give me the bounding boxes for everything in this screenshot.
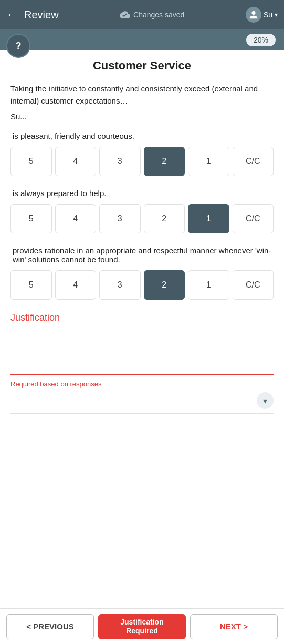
rating-btn-5-3[interactable]: 5 bbox=[10, 270, 52, 300]
chevron-down-icon: ▾ bbox=[263, 396, 267, 406]
rating-btn-3-3[interactable]: 3 bbox=[99, 270, 141, 300]
rating-btn-2-2[interactable]: 2 bbox=[144, 204, 185, 233]
required-text: Required based on responses bbox=[10, 380, 274, 388]
rating-btn-3-2[interactable]: 3 bbox=[99, 204, 141, 233]
rating-btn-2-1[interactable]: 2 bbox=[144, 147, 185, 176]
justification-title: Justification bbox=[10, 312, 274, 323]
justification-section: Justification Required based on response… bbox=[10, 312, 274, 414]
rating-btn-5-1[interactable]: 5 bbox=[10, 147, 52, 176]
rating-btn-4-3[interactable]: 4 bbox=[55, 270, 97, 300]
dropdown-button[interactable]: ▾ bbox=[257, 392, 274, 409]
avatar bbox=[246, 7, 261, 23]
rating-btn-4-2[interactable]: 4 bbox=[55, 204, 97, 233]
main-content: Customer Service Taking the initiative t… bbox=[0, 50, 284, 464]
progress-indicator: 20% bbox=[246, 34, 276, 46]
rating-btn-2-3[interactable]: 2 bbox=[144, 270, 185, 300]
rating-btn-1-3[interactable]: 1 bbox=[188, 270, 229, 300]
user-menu-chevron: ▾ bbox=[275, 11, 278, 18]
user-menu[interactable]: Su ▾ bbox=[246, 7, 278, 23]
bottom-navigation: < PREVIOUS JustificationRequired NEXT > bbox=[0, 608, 284, 644]
save-status: Changes saved bbox=[65, 9, 239, 20]
rating-buttons-3: 5 4 3 2 1 C/C bbox=[10, 270, 274, 300]
rating-label-2: is always prepared to help. bbox=[10, 189, 274, 198]
rating-btn-cc-2[interactable]: C/C bbox=[233, 204, 274, 233]
subject-name: Su... bbox=[10, 112, 274, 121]
next-button[interactable]: NEXT > bbox=[190, 614, 278, 639]
rating-btn-3-1[interactable]: 3 bbox=[99, 147, 141, 176]
app-header: ← Review Changes saved Su ▾ bbox=[0, 0, 284, 29]
rating-btn-5-2[interactable]: 5 bbox=[10, 204, 52, 233]
rating-label-3: provides rationale in an appropriate and… bbox=[10, 246, 274, 264]
user-name-label: Su bbox=[264, 11, 272, 19]
rating-btn-4-1[interactable]: 4 bbox=[55, 147, 97, 176]
cloud-icon bbox=[120, 9, 130, 20]
section-title: Customer Service bbox=[10, 59, 274, 73]
rating-section-3: provides rationale in an appropriate and… bbox=[10, 246, 274, 300]
rating-section-2: is always prepared to help. 5 4 3 2 1 C/… bbox=[10, 189, 274, 233]
rating-buttons-1: 5 4 3 2 1 C/C bbox=[10, 147, 274, 176]
justification-input[interactable] bbox=[10, 332, 274, 375]
dropdown-row: ▾ bbox=[10, 388, 274, 414]
previous-button[interactable]: < PREVIOUS bbox=[6, 614, 94, 639]
save-status-text: Changes saved bbox=[133, 11, 184, 19]
rating-section-1: is pleasant, friendly and courteous. 5 4… bbox=[10, 131, 274, 176]
progress-area: ? 20% bbox=[0, 29, 284, 50]
page-title: Review bbox=[24, 9, 59, 21]
rating-btn-cc-3[interactable]: C/C bbox=[233, 270, 274, 300]
help-button[interactable]: ? bbox=[6, 34, 30, 58]
rating-buttons-2: 5 4 3 2 1 C/C bbox=[10, 204, 274, 233]
rating-btn-1-2[interactable]: 1 bbox=[188, 204, 229, 233]
rating-btn-cc-1[interactable]: C/C bbox=[233, 147, 274, 176]
back-button[interactable]: ← bbox=[6, 8, 18, 22]
justification-required-button[interactable]: JustificationRequired bbox=[98, 614, 186, 639]
rating-label-1: is pleasant, friendly and courteous. bbox=[10, 131, 274, 140]
section-description: Taking the initiative to constantly and … bbox=[10, 83, 274, 107]
rating-btn-1-1[interactable]: 1 bbox=[188, 147, 229, 176]
